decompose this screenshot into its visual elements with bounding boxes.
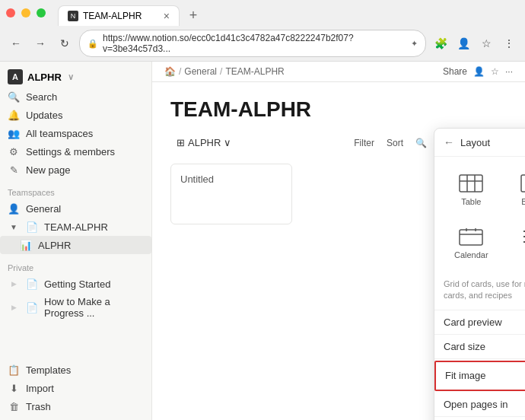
breadcrumb-general[interactable]: General [184,66,217,77]
menu-icon[interactable]: ⋮ [499,33,519,53]
open-pages-label: Open pages in [444,399,525,410]
new-tab-button[interactable]: + [183,5,204,26]
minimize-window[interactable] [21,8,30,18]
table-label: Table [461,197,481,206]
table-icon [457,173,485,194]
sidebar: A ALPHR ∨ 🔍 Search 🔔 Updates 👥 All teams… [0,62,152,420]
svg-rect-10 [460,230,482,245]
workspace-header[interactable]: A ALPHR ∨ [0,66,151,88]
view-name: ALPHR [188,137,221,148]
workspace-icon: A [8,69,23,84]
svg-rect-4 [521,175,525,192]
getting-started-expand-icon: ▶ [8,278,20,290]
nav-bar: ← → ↻ 🔒 https://www.notion.so/ecc0c1d41c… [0,26,525,61]
sidebar-teamspaces-label: All teamspaces [26,128,93,139]
team-alphr-icon: ▼ [8,221,20,233]
sidebar-item-newpage[interactable]: ✎ New page [0,161,151,179]
teamspaces-icon: 👥 [8,127,20,139]
updates-icon: 🔔 [8,109,20,121]
layout-grid: Table Board [434,157,525,275]
sidebar-item-search[interactable]: 🔍 Search [0,88,151,106]
page-title: TEAM-ALPHR [170,97,507,122]
sidebar-import-label: Import [26,383,54,394]
tab-title: TEAM-ALPHR [83,11,142,21]
filter-button[interactable]: Filter [349,135,379,151]
board-label: Board [521,197,525,206]
trash-icon: 🗑 [8,400,20,412]
search-button[interactable]: 🔍 [411,135,431,151]
sidebar-alphr-label: ALPHR [38,240,71,251]
workspace-chevron: ∨ [68,72,74,82]
back-button[interactable]: ← [6,33,26,53]
sidebar-item-import[interactable]: ⬇ Import [0,379,151,397]
breadcrumb-sep1: / [179,66,181,77]
sidebar-search-label: Search [26,91,57,103]
more-icon[interactable]: ··· [505,66,513,77]
teamspaces-section: Teamspaces [0,179,151,199]
sidebar-item-team-alphr[interactable]: ▼ 📄 TEAM-ALPHR [0,218,151,236]
sidebar-general-label: General [26,203,61,215]
sort-button[interactable]: Sort [382,135,408,151]
sidebar-getting-started-label: Getting Started [44,278,110,290]
breadcrumb-current: TEAM-ALPHR [225,66,284,77]
browser-tab[interactable]: N TEAM-ALPHR × [58,5,180,26]
panel-header: ← Layout × [434,129,525,157]
sidebar-item-progress[interactable]: ▶ 📄 How to Make a Progress ... [0,293,151,322]
panel-back-button[interactable]: ← [444,136,454,148]
browser-chrome: N TEAM-ALPHR × + ← → ↻ 🔒 https://www.not… [0,0,525,62]
profile-icon[interactable]: 👤 [453,33,473,53]
newpage-icon: ✎ [8,164,20,176]
main-content: 🏠 / General / TEAM-ALPHR Share 👤 ☆ ··· T… [152,62,525,420]
tab-bar: N TEAM-ALPHR × + [52,0,525,26]
tab-favicon: N [68,11,78,21]
layout-option-board[interactable]: Board [505,166,525,213]
sidebar-newpage-label: New page [26,164,71,176]
layout-option-table[interactable]: Table [444,166,499,213]
layout-option-list[interactable]: List [505,219,525,266]
svg-rect-0 [460,175,482,192]
card-size-row[interactable]: Card size Medium › [434,335,525,359]
forward-button[interactable]: → [30,33,50,53]
breadcrumb: 🏠 / General / TEAM-ALPHR [164,66,443,77]
card-size-label: Card size [444,341,525,352]
sidebar-item-getting-started[interactable]: ▶ 📄 Getting Started [0,275,151,293]
view-icon: ⊞ [177,137,185,148]
panel-title: Layout [460,137,525,148]
card-1[interactable]: Untitled [170,164,292,224]
fit-image-label: Fit image [445,370,525,381]
progress-expand-icon: ▶ [8,301,20,313]
star-icon[interactable]: ☆ [491,66,499,77]
view-selector[interactable]: ⊞ ALPHR ∨ [170,134,237,151]
address-bar[interactable]: 🔒 https://www.notion.so/ecc0c1d41c3c4782… [79,30,426,57]
extensions-icon[interactable]: 🧩 [431,33,450,53]
tab-close-btn[interactable]: × [164,10,170,22]
close-window[interactable] [6,8,15,18]
sidebar-item-alphr[interactable]: 📊 ALPHR [0,236,151,254]
share-button[interactable]: Share [443,66,467,77]
window-controls [0,5,52,21]
fit-image-row[interactable]: Fit image [436,362,525,390]
bookmark-icon[interactable]: ☆ [476,33,496,53]
search-icon: 🔍 [8,91,20,103]
open-pages-row[interactable]: Open pages in Center peek › [434,393,525,417]
breadcrumb-home-icon: 🏠 [164,66,176,77]
calendar-icon [457,226,485,247]
sidebar-item-settings[interactable]: ⚙ Settings & members [0,142,151,161]
layout-option-calendar[interactable]: Calendar [444,219,499,266]
sidebar-item-updates[interactable]: 🔔 Updates [0,106,151,124]
app-container: A ALPHR ∨ 🔍 Search 🔔 Updates 👥 All teams… [0,62,525,420]
sidebar-item-templates[interactable]: 📋 Templates [0,361,151,379]
browser-nav-icons: 🧩 👤 ☆ ⋮ [431,33,519,53]
card-preview-row[interactable]: Card preview Page cover › [434,310,525,335]
maximize-window[interactable] [37,8,46,18]
user-icon[interactable]: 👤 [473,66,485,77]
fit-image-row-highlight: Fit image [434,361,525,391]
url-text: https://www.notion.so/ecc0c1d41c3c4782a4… [103,33,406,54]
sidebar-templates-label: Templates [26,364,71,376]
import-icon: ⬇ [8,382,20,394]
sidebar-item-general[interactable]: 👤 General [0,199,151,218]
sidebar-item-teamspaces[interactable]: 👥 All teamspaces [0,124,151,142]
sidebar-item-trash[interactable]: 🗑 Trash [0,397,151,415]
reload-button[interactable]: ↻ [55,33,75,53]
sidebar-updates-label: Updates [26,110,62,121]
